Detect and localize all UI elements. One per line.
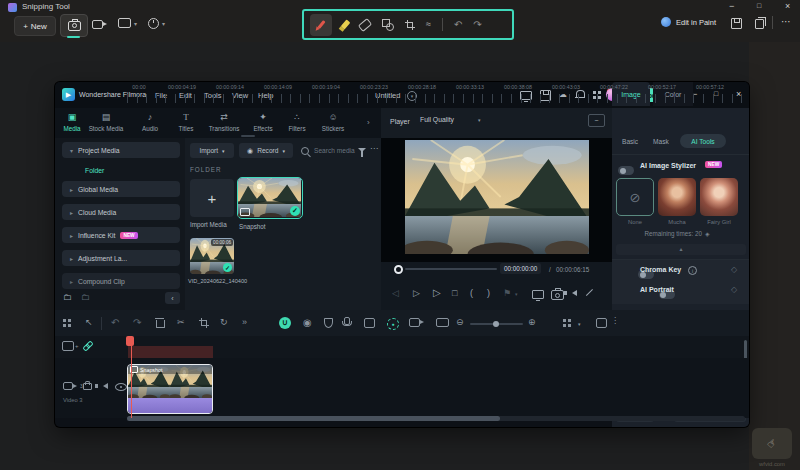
tab-titles[interactable]: TTitles [166, 112, 206, 132]
sidebar-item-adjustment-layer[interactable]: ▸Adjustment La... [62, 250, 180, 266]
select-tool-button[interactable]: ↖ [85, 318, 93, 327]
link-clips-button[interactable] [83, 341, 93, 350]
zoom-out-button[interactable]: ⊖ [456, 318, 464, 327]
more-tools-button[interactable]: » [242, 318, 247, 327]
video-mode-button[interactable] [92, 20, 107, 29]
previous-frame-button[interactable]: ◁ [392, 288, 399, 298]
track-view-button[interactable] [563, 319, 571, 327]
copy-snip-button[interactable] [755, 19, 764, 29]
playhead-handle[interactable] [126, 336, 134, 346]
track-type-button[interactable]: 3 [63, 382, 83, 390]
subtab-basic[interactable]: Basic [622, 138, 638, 145]
stop-button[interactable]: □ [452, 288, 457, 298]
sidebar-item-cloud-media[interactable]: ▸Cloud Media [62, 204, 180, 220]
manage-tracks-button[interactable]: + [62, 341, 79, 351]
play-button[interactable]: ▷ [433, 287, 441, 298]
chevron-down-icon[interactable]: ▾ [578, 321, 581, 327]
redo-button[interactable]: ↷ [473, 20, 481, 30]
maximize-button[interactable]: □ [757, 2, 761, 9]
mark-in-button[interactable]: ( [470, 288, 473, 298]
magnetic-timeline-button[interactable]: ∪ [279, 317, 291, 329]
save-snip-button[interactable] [731, 18, 742, 29]
sidebar-item-project-media[interactable]: ▾Project Media [62, 142, 180, 158]
fullscreen-button[interactable] [585, 292, 594, 293]
scrub-handle[interactable] [394, 265, 403, 274]
filter-button[interactable] [358, 148, 366, 152]
timeline-redo-button[interactable]: ↷ [133, 318, 141, 328]
tabs-scroll-indicator[interactable] [241, 135, 255, 137]
sidebar-item-folder[interactable]: Folder [85, 167, 104, 174]
media-more-button[interactable]: ⋯ [370, 145, 378, 153]
play-from-start-button[interactable]: ▷ [413, 288, 420, 298]
layout-button[interactable] [596, 318, 607, 328]
collapse-section-button[interactable]: ▴ [616, 244, 746, 255]
mute-button[interactable] [569, 290, 577, 296]
playhead-line[interactable] [131, 336, 132, 418]
subtab-ai-tools[interactable]: AI Tools [680, 134, 726, 148]
delete-button[interactable] [156, 317, 165, 328]
scopes-button[interactable]: ~ [588, 114, 605, 127]
subtab-mask[interactable]: Mask [653, 138, 669, 145]
hide-track-button[interactable] [115, 383, 127, 391]
sidebar-item-influence-kit[interactable]: ▸Influence KitNEW [62, 227, 180, 243]
crop-button[interactable] [405, 20, 415, 30]
minimize-button[interactable]: − [729, 1, 734, 11]
tab-audio[interactable]: ♪Audio [130, 112, 170, 132]
freeform-button[interactable]: ≈ [426, 20, 431, 29]
import-media-tile[interactable]: + [190, 179, 234, 217]
folder-button[interactable]: 🗀 [81, 293, 90, 302]
undo-button[interactable]: ↶ [454, 20, 462, 30]
timeline-zoom-slider[interactable] [470, 323, 523, 325]
voiceover-button[interactable] [344, 317, 350, 328]
auto-ripple-button[interactable]: ◉ [303, 318, 312, 328]
timeline-clip-snapshot[interactable]: Snapshot [127, 364, 213, 414]
tab-stickers[interactable]: ☺Stickers [313, 112, 353, 132]
chevron-down-icon[interactable]: ▾ [515, 291, 518, 297]
snip-shape-dropdown[interactable]: ▾ [118, 18, 137, 28]
mark-out-button[interactable]: ) [487, 288, 490, 298]
tab-transitions[interactable]: ⇄Transitions [204, 112, 244, 132]
snapshot-button[interactable] [551, 290, 564, 300]
highlighter-button[interactable] [343, 20, 348, 29]
new-folder-button[interactable]: 🗀 [63, 293, 72, 302]
tab-filters[interactable]: ∴Filters [277, 112, 317, 132]
close-button[interactable]: × [785, 1, 790, 11]
screen-record-button[interactable] [409, 318, 424, 327]
marker-button[interactable]: ⚑ [503, 288, 511, 298]
lock-track-button[interactable] [83, 379, 92, 390]
copyright-check-button[interactable] [324, 318, 333, 328]
zoom-in-button[interactable]: ⊕ [528, 318, 536, 327]
scrub-track[interactable] [405, 268, 497, 270]
snapshot-media-tile[interactable]: ✓ [237, 177, 303, 219]
floating-action-button[interactable]: ☞ [752, 428, 792, 459]
ballpoint-pen-button[interactable] [310, 14, 332, 36]
audio-mixer-button[interactable] [364, 318, 375, 328]
display-mode-button[interactable] [532, 290, 544, 299]
timeline-undo-button[interactable]: ↶ [111, 318, 119, 328]
new-snip-button[interactable]: +New [14, 16, 56, 36]
collapse-sidebar-button[interactable]: ‹ [165, 292, 180, 304]
more-options-button[interactable]: ⋯ [781, 17, 791, 27]
ai-stylizer-toggle[interactable] [618, 166, 634, 175]
import-dropdown[interactable]: Import▾ [190, 143, 234, 158]
split-button[interactable]: ✂ [177, 318, 185, 327]
snapshot-mode-button[interactable] [60, 14, 88, 37]
style-fairy-girl-thumb[interactable] [700, 178, 738, 216]
video-media-tile[interactable]: 00:00:06 ✓ [190, 238, 234, 274]
tab-stock-media[interactable]: ▤Stock Media [86, 112, 126, 132]
quality-dropdown[interactable]: Full Quality▾ [420, 116, 481, 123]
snip-delay-dropdown[interactable]: ▾ [148, 18, 165, 29]
slider-handle[interactable] [493, 321, 499, 327]
ai-assistant-button[interactable]: ● [387, 318, 399, 330]
crop-clip-button[interactable] [199, 318, 209, 328]
record-dropdown[interactable]: ◉Record▾ [239, 143, 293, 158]
mute-track-button[interactable] [100, 383, 108, 389]
fit-timeline-button[interactable] [436, 318, 449, 327]
shapes-button[interactable] [382, 19, 394, 31]
keyframe-diamond-icon[interactable]: ◇ [731, 285, 737, 294]
speed-button[interactable]: ↻ [220, 318, 228, 327]
edit-in-paint-button[interactable]: Edit in Paint [661, 17, 716, 27]
sidebar-item-compound-clip[interactable]: ▸Compound Clip [62, 273, 180, 289]
media-view-button[interactable] [63, 319, 71, 327]
timeline-scrollbar-handle[interactable] [127, 416, 500, 421]
